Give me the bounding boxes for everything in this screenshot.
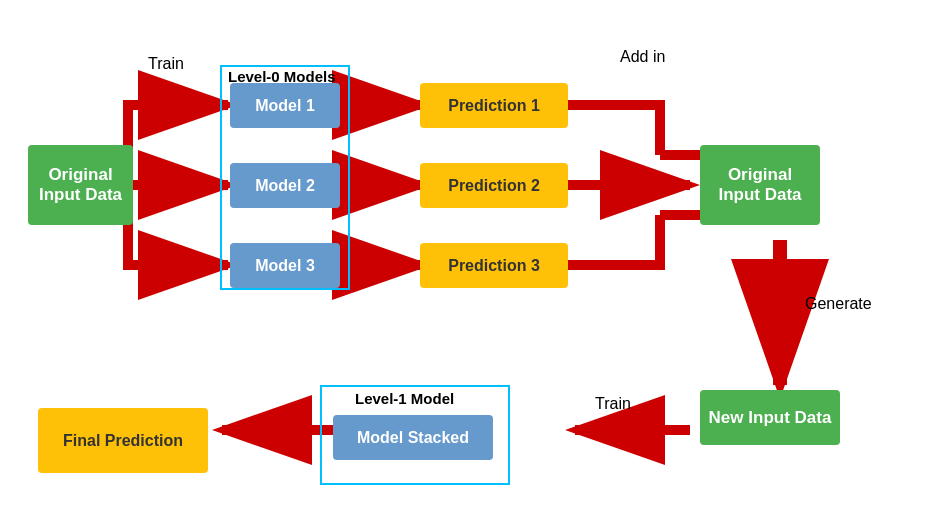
original-input-left: OriginalInput Data	[28, 145, 133, 225]
new-input-box: New Input Data	[700, 390, 840, 445]
model-stacked-box: Model Stacked	[333, 415, 493, 460]
add-in-label: Add in	[620, 48, 665, 66]
final-prediction-box: Final Prediction	[38, 408, 208, 473]
prediction3-box: Prediction 3	[420, 243, 568, 288]
level1-title: Level-1 Model	[355, 390, 454, 407]
train-label-top: Train	[148, 55, 184, 73]
model3-box: Model 3	[230, 243, 340, 288]
model1-box: Model 1	[230, 83, 340, 128]
train-label-bottom: Train	[595, 395, 631, 413]
generate-label: Generate	[805, 295, 872, 313]
model2-box: Model 2	[230, 163, 340, 208]
original-input-right: OriginalInput Data	[700, 145, 820, 225]
prediction2-box: Prediction 2	[420, 163, 568, 208]
diagram: OriginalInput Data Train Level-0 Models …	[0, 0, 949, 527]
prediction1-box: Prediction 1	[420, 83, 568, 128]
